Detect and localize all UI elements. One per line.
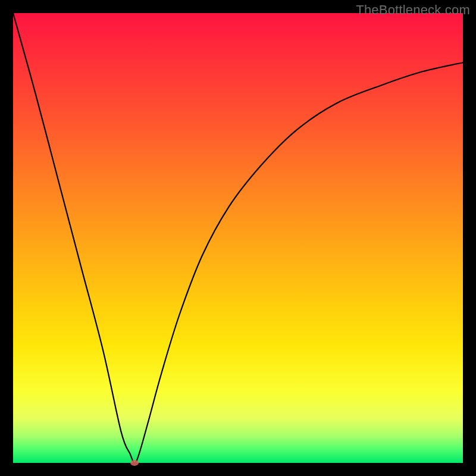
plot-area [13,13,463,463]
bottleneck-curve [13,13,463,463]
minimum-marker [130,460,139,466]
chart-frame: TheBottleneck.com [0,0,476,476]
watermark-text: TheBottleneck.com [356,2,470,18]
